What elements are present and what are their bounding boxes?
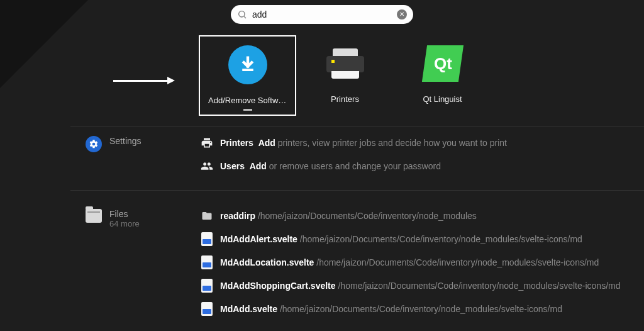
section-sublabel: 64 more — [109, 219, 140, 228]
section-label: Settings — [109, 136, 142, 146]
folder-icon — [200, 209, 214, 223]
app-label: Printers — [331, 94, 359, 104]
divider — [70, 126, 644, 126]
search-icon — [237, 9, 247, 20]
file-icon — [200, 255, 214, 269]
pamac-icon — [228, 45, 267, 84]
printer-icon — [200, 136, 214, 150]
svg-line-1 — [244, 16, 246, 18]
files-icon — [86, 209, 102, 223]
arrow-annotation — [113, 77, 175, 84]
result-text: readdirp /home/jaizon/Documents/Code/inv… — [220, 211, 477, 221]
result-text: MdAddAlert.svelte /home/jaizon/Documents… — [220, 234, 582, 244]
file-icon — [200, 232, 214, 246]
printer-icon — [326, 48, 364, 79]
users-icon — [200, 159, 214, 173]
file-result[interactable]: MdAdd.svelte /home/jaizon/Documents/Code… — [200, 302, 620, 316]
app-results-row: Add/Remove Software Printers Qt Qt Lingu… — [199, 35, 491, 116]
settings-icon — [86, 136, 102, 152]
svg-rect-2 — [242, 69, 253, 71]
result-text: MdAddShoppingCart.svelte /home/jaizon/Do… — [220, 281, 620, 291]
search-input[interactable] — [252, 9, 392, 20]
app-label: Qt Linguist — [423, 94, 462, 104]
file-result[interactable]: MdAddLocation.svelte /home/jaizon/Docume… — [200, 255, 620, 269]
section-label: Files — [109, 209, 140, 219]
file-result[interactable]: MdAddAlert.svelte /home/jaizon/Documents… — [200, 232, 620, 246]
app-label: Add/Remove Software — [208, 96, 287, 105]
files-section: Files 64 more readdirp /home/jaizon/Docu… — [86, 209, 620, 316]
app-add-remove-software[interactable]: Add/Remove Software — [199, 35, 296, 116]
result-text: Users Add or remove users and change you… — [220, 161, 441, 171]
corner-decoration — [0, 0, 88, 88]
settings-result-printers[interactable]: Printers Add printers, view printer jobs… — [200, 136, 507, 150]
app-qt-linguist[interactable]: Qt Qt Linguist — [394, 35, 491, 116]
result-text: MdAddLocation.svelte /home/jaizon/Docume… — [220, 257, 599, 267]
search-bar[interactable]: ✕ — [231, 5, 413, 24]
file-result[interactable]: MdAddShoppingCart.svelte /home/jaizon/Do… — [200, 279, 620, 293]
svg-point-0 — [239, 11, 245, 17]
qt-icon: Qt — [421, 45, 463, 82]
settings-section: Settings Printers Add printers, view pri… — [86, 136, 507, 173]
settings-result-users[interactable]: Users Add or remove users and change you… — [200, 159, 507, 173]
app-printers[interactable]: Printers — [296, 35, 394, 116]
file-icon — [200, 279, 214, 293]
file-result[interactable]: readdirp /home/jaizon/Documents/Code/inv… — [200, 209, 620, 223]
result-text: MdAdd.svelte /home/jaizon/Documents/Code… — [220, 304, 562, 314]
running-indicator — [243, 109, 252, 111]
divider — [70, 190, 644, 191]
file-icon — [200, 302, 214, 316]
clear-search-icon[interactable]: ✕ — [397, 9, 407, 20]
result-text: Printers Add printers, view printer jobs… — [220, 138, 507, 148]
